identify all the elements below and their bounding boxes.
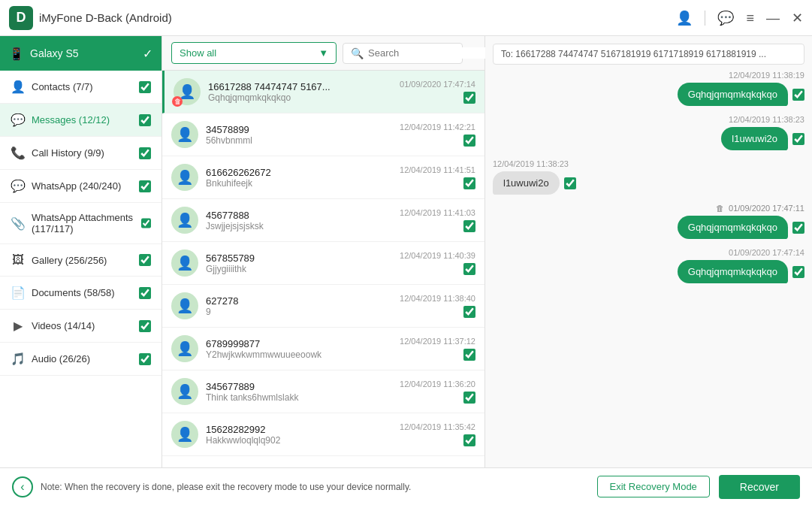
documents-checkbox[interactable]: [139, 287, 151, 299]
message-checkbox[interactable]: [463, 220, 475, 232]
recover-button[interactable]: Recover: [719, 475, 800, 499]
message-checkbox[interactable]: [463, 92, 475, 104]
message-checkbox[interactable]: [463, 306, 475, 318]
sidebar-item-documents[interactable]: 📄 Documents (58/58): [0, 277, 161, 310]
sidebar-item-whatsapp[interactable]: 💬 WhatsApp (240/240): [0, 170, 161, 203]
sidebar-item-audio[interactable]: 🎵 Audio (26/26): [0, 343, 161, 376]
gallery-checkbox[interactable]: [139, 254, 151, 266]
documents-icon: 📄: [11, 286, 26, 300]
whatsappattach-checkbox[interactable]: [141, 217, 151, 229]
bottom-left: ‹ Note: When the recovery is done, pleas…: [12, 476, 411, 497]
sidebar-item-videos[interactable]: ▶ Videos (14/14): [0, 310, 161, 343]
menu-icon[interactable]: ≡: [746, 11, 754, 25]
audio-checkbox[interactable]: [139, 353, 151, 365]
message-body: 15628282992 Hakkwwloqlqlq902: [206, 424, 392, 446]
chat-checkbox[interactable]: [564, 177, 576, 189]
sidebar-label-audio: Audio (26/26): [32, 353, 90, 364]
message-number: 627278: [206, 295, 392, 307]
message-time: 12/04/2019 11:36:20: [400, 380, 475, 389]
message-meta: 12/04/2019 11:41:51: [400, 165, 475, 189]
delete-row: 🗑 01/09/2020 17:47:11: [716, 204, 804, 213]
sidebar-item-messages[interactable]: 💬 Messages (12/12): [0, 104, 161, 137]
chat-checkbox[interactable]: [792, 222, 804, 234]
profile-icon[interactable]: 👤: [676, 11, 693, 25]
sidebar-label-whatsappattach: WhatsApp Attachments (117/117): [32, 212, 141, 234]
whatsapp-checkbox[interactable]: [139, 180, 151, 192]
chat-bubble-right: Gqhqjqmqmkqkqkqo: [678, 216, 804, 239]
message-item[interactable]: 👤 345677889 Think tanks6hwmlslakk 12/04/…: [162, 370, 484, 413]
title-bar-right: 👤 💬 ≡ — ✕: [676, 11, 803, 26]
message-time: 12/04/2019 11:35:42: [400, 422, 475, 431]
messages-checkbox[interactable]: [139, 114, 151, 126]
videos-checkbox[interactable]: [139, 320, 151, 332]
filter-dropdown[interactable]: Show all ▼: [171, 42, 337, 64]
main-content: 📱 Galaxy S5 ✓ 👤 Contacts (7/7) 💬 Message…: [0, 36, 812, 467]
gallery-icon: 🖼: [11, 253, 26, 267]
message-body: 16617288 74474747 5167... Gqhqjqmqmkqkqk…: [208, 81, 392, 103]
message-meta: 12/04/2019 11:41:03: [400, 208, 475, 232]
message-preview: 9: [206, 307, 392, 317]
message-checkbox[interactable]: [463, 135, 475, 147]
message-preview: Jswjjejsjsjsksk: [206, 221, 392, 231]
sidebar-label-callhistory: Call History (9/9): [32, 147, 104, 159]
message-number: 345677889: [206, 381, 392, 392]
message-time: 12/04/2019 11:42:21: [400, 122, 475, 132]
device-name: Galaxy S5: [30, 47, 79, 59]
message-item[interactable]: 👤 34578899 56hvbnmml 12/04/2019 11:42:21: [162, 113, 484, 156]
chat-bubble-right: Gqhqjqmqmkqkqkqo: [678, 260, 804, 283]
sidebar-item-callhistory[interactable]: 📞 Call History (9/9): [0, 137, 161, 170]
sidebar-item-whatsappattach[interactable]: 📎 WhatsApp Attachments (117/117): [0, 203, 161, 244]
message-time: 01/09/2020 17:47:14: [400, 80, 475, 89]
contacts-checkbox[interactable]: [139, 81, 151, 93]
avatar: 👤: [171, 421, 198, 448]
message-meta: 12/04/2019 11:40:39: [400, 251, 475, 275]
chat-checkbox[interactable]: [792, 266, 804, 278]
search-input[interactable]: [368, 47, 494, 59]
sidebar-label-gallery: Gallery (256/256): [32, 255, 107, 266]
message-checkbox[interactable]: [463, 349, 475, 361]
message-checkbox[interactable]: [463, 177, 475, 189]
sidebar-item-contacts[interactable]: 👤 Contacts (7/7): [0, 71, 161, 104]
sidebar-label-documents: Documents (58/58): [32, 287, 115, 298]
message-time: 12/04/2019 11:37:12: [400, 337, 475, 346]
message-checkbox[interactable]: [463, 263, 475, 275]
minimize-icon[interactable]: —: [766, 11, 780, 25]
chat-checkbox[interactable]: [792, 89, 804, 101]
message-preview: Hakkwwloqlqlq902: [206, 435, 392, 446]
close-icon[interactable]: ✕: [792, 11, 803, 25]
message-checkbox[interactable]: [463, 434, 475, 446]
sidebar-item-gallery[interactable]: 🖼 Gallery (256/256): [0, 244, 161, 277]
search-box: 🔍: [343, 43, 463, 64]
avatar: 👤: [171, 292, 198, 319]
chat-icon[interactable]: 💬: [717, 11, 734, 25]
message-item[interactable]: 👤 45677888 Jswjjejsjsjsksk 12/04/2019 11…: [162, 199, 484, 242]
message-item[interactable]: 👤 🗑 16617288 74474747 5167... Gqhqjqmqmk…: [162, 71, 484, 113]
chat-checkbox[interactable]: [792, 133, 804, 145]
message-item[interactable]: 👤 15628282992 Hakkwwloqlqlq902 12/04/201…: [162, 413, 484, 456]
exit-recovery-button[interactable]: Exit Recovery Mode: [597, 476, 710, 497]
whatsapp-icon: 💬: [11, 179, 26, 193]
message-item[interactable]: 👤 616626262672 Bnkuhifeejk 12/04/2019 11…: [162, 156, 484, 199]
message-item[interactable]: 👤 567855789 Gjjygiiiithk 12/04/2019 11:4…: [162, 242, 484, 285]
chat-group: 12/04/2019 11:38:23 l1uwuwi2o: [493, 115, 804, 150]
message-meta: 12/04/2019 11:38:40: [400, 294, 475, 318]
delete-time: 01/09/2020 17:47:11: [729, 204, 804, 213]
chat-bubble: Gqhqjqmqmkqkqkqo: [678, 260, 788, 283]
delete-badge: 🗑: [172, 96, 183, 107]
message-item[interactable]: 👤 627278 9 12/04/2019 11:38:40: [162, 285, 484, 328]
audio-icon: 🎵: [11, 352, 26, 366]
message-number: 567855789: [206, 252, 392, 264]
callhistory-icon: 📞: [11, 146, 26, 160]
callhistory-checkbox[interactable]: [139, 147, 151, 159]
message-preview: Bnkuhifeejk: [206, 178, 392, 189]
sidebar-label-whatsapp: WhatsApp (240/240): [32, 180, 121, 192]
message-preview: 56hvbnmml: [206, 135, 392, 146]
chat-bubble-right: l1uwuwi2o: [721, 127, 804, 150]
message-item[interactable]: 👤 6789999877 Y2hwjkwkwmmwwuueeoowk 12/04…: [162, 328, 484, 370]
chat-panel: To: 16617288 74474747 5167181919 6171718…: [485, 36, 812, 467]
chat-date: 12/04/2019 11:38:23: [729, 115, 804, 124]
message-preview: Think tanks6hwmlslakk: [206, 392, 392, 403]
message-checkbox[interactable]: [463, 392, 475, 404]
back-button[interactable]: ‹: [12, 476, 33, 497]
device-check-icon: ✓: [143, 47, 152, 61]
